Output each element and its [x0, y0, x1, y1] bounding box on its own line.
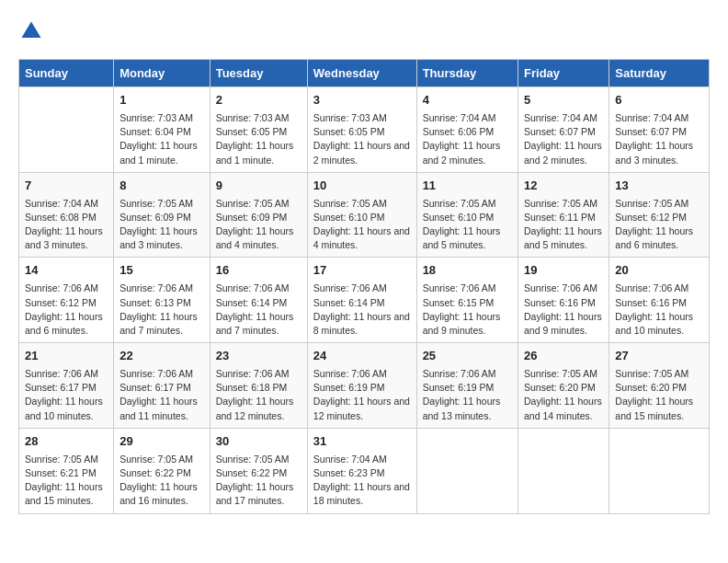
calendar-cell: 7Sunrise: 7:04 AMSunset: 6:08 PMDaylight… — [19, 172, 114, 258]
day-info: Sunrise: 7:05 AMSunset: 6:11 PMDaylight:… — [524, 197, 603, 253]
day-info: Sunrise: 7:06 AMSunset: 6:13 PMDaylight:… — [119, 282, 204, 338]
calendar-cell: 17Sunrise: 7:06 AMSunset: 6:14 PMDayligh… — [307, 258, 416, 343]
day-number: 16 — [216, 262, 301, 280]
calendar-cell: 20Sunrise: 7:06 AMSunset: 6:16 PMDayligh… — [609, 258, 710, 343]
day-info: Sunrise: 7:04 AMSunset: 6:07 PMDaylight:… — [615, 111, 703, 167]
calendar-cell — [609, 428, 710, 513]
calendar-cell: 9Sunrise: 7:05 AMSunset: 6:09 PMDaylight… — [210, 172, 307, 258]
day-info: Sunrise: 7:06 AMSunset: 6:14 PMDaylight:… — [216, 282, 301, 338]
day-number: 31 — [313, 433, 411, 451]
day-number: 10 — [313, 178, 411, 195]
column-header-thursday: Thursday — [416, 60, 518, 87]
calendar-cell: 5Sunrise: 7:04 AMSunset: 6:07 PMDaylight… — [518, 87, 609, 173]
day-number: 12 — [524, 178, 603, 195]
day-number: 27 — [615, 348, 703, 365]
calendar-cell: 1Sunrise: 7:03 AMSunset: 6:04 PMDaylight… — [114, 87, 210, 173]
calendar-cell: 28Sunrise: 7:05 AMSunset: 6:21 PMDayligh… — [19, 428, 114, 513]
day-info: Sunrise: 7:06 AMSunset: 6:14 PMDaylight:… — [313, 282, 411, 338]
day-info: Sunrise: 7:06 AMSunset: 6:12 PMDaylight:… — [25, 282, 108, 338]
calendar-cell: 12Sunrise: 7:05 AMSunset: 6:11 PMDayligh… — [518, 172, 609, 258]
day-info: Sunrise: 7:05 AMSunset: 6:12 PMDaylight:… — [615, 197, 703, 253]
calendar-cell: 15Sunrise: 7:06 AMSunset: 6:13 PMDayligh… — [114, 258, 210, 343]
day-number: 26 — [524, 348, 603, 365]
logo — [18, 18, 48, 44]
day-info: Sunrise: 7:03 AMSunset: 6:05 PMDaylight:… — [216, 111, 301, 167]
calendar-cell: 24Sunrise: 7:06 AMSunset: 6:19 PMDayligh… — [307, 343, 416, 429]
day-info: Sunrise: 7:05 AMSunset: 6:22 PMDaylight:… — [119, 453, 204, 509]
day-number: 13 — [615, 178, 703, 195]
day-info: Sunrise: 7:05 AMSunset: 6:10 PMDaylight:… — [423, 197, 512, 253]
day-number: 29 — [119, 433, 204, 451]
day-number: 11 — [423, 178, 512, 195]
calendar-cell — [19, 87, 114, 173]
week-row-3: 14Sunrise: 7:06 AMSunset: 6:12 PMDayligh… — [19, 258, 710, 343]
day-number: 15 — [119, 262, 204, 280]
day-number: 8 — [119, 178, 204, 195]
day-info: Sunrise: 7:05 AMSunset: 6:21 PMDaylight:… — [25, 453, 108, 509]
day-info: Sunrise: 7:05 AMSunset: 6:22 PMDaylight:… — [216, 453, 301, 509]
day-number: 30 — [216, 433, 301, 451]
week-row-5: 28Sunrise: 7:05 AMSunset: 6:21 PMDayligh… — [19, 428, 710, 513]
calendar-cell: 31Sunrise: 7:04 AMSunset: 6:23 PMDayligh… — [307, 428, 416, 513]
calendar-cell: 16Sunrise: 7:06 AMSunset: 6:14 PMDayligh… — [210, 258, 307, 343]
calendar-cell: 26Sunrise: 7:05 AMSunset: 6:20 PMDayligh… — [518, 343, 609, 429]
day-number: 19 — [524, 262, 603, 280]
calendar-cell: 19Sunrise: 7:06 AMSunset: 6:16 PMDayligh… — [518, 258, 609, 343]
day-number: 2 — [216, 92, 301, 109]
calendar-cell: 8Sunrise: 7:05 AMSunset: 6:09 PMDaylight… — [114, 172, 210, 258]
week-row-1: 1Sunrise: 7:03 AMSunset: 6:04 PMDaylight… — [19, 87, 710, 173]
day-info: Sunrise: 7:05 AMSunset: 6:09 PMDaylight:… — [216, 197, 301, 253]
day-info: Sunrise: 7:04 AMSunset: 6:08 PMDaylight:… — [25, 197, 108, 253]
day-number: 23 — [216, 348, 301, 365]
day-number: 21 — [25, 348, 108, 365]
day-info: Sunrise: 7:06 AMSunset: 6:16 PMDaylight:… — [524, 282, 603, 338]
day-info: Sunrise: 7:06 AMSunset: 6:17 PMDaylight:… — [25, 367, 108, 423]
logo-icon — [18, 18, 44, 44]
column-header-tuesday: Tuesday — [210, 60, 307, 87]
calendar-cell: 14Sunrise: 7:06 AMSunset: 6:12 PMDayligh… — [19, 258, 114, 343]
day-number: 3 — [313, 92, 411, 109]
column-header-saturday: Saturday — [609, 60, 710, 87]
calendar-cell: 30Sunrise: 7:05 AMSunset: 6:22 PMDayligh… — [210, 428, 307, 513]
calendar-table: SundayMondayTuesdayWednesdayThursdayFrid… — [18, 59, 710, 514]
calendar-cell: 25Sunrise: 7:06 AMSunset: 6:19 PMDayligh… — [416, 343, 518, 429]
day-info: Sunrise: 7:04 AMSunset: 6:07 PMDaylight:… — [524, 111, 603, 167]
week-row-2: 7Sunrise: 7:04 AMSunset: 6:08 PMDaylight… — [19, 172, 710, 258]
day-info: Sunrise: 7:04 AMSunset: 6:06 PMDaylight:… — [423, 111, 512, 167]
day-number: 6 — [615, 92, 703, 109]
calendar-cell: 10Sunrise: 7:05 AMSunset: 6:10 PMDayligh… — [307, 172, 416, 258]
day-number: 28 — [25, 433, 108, 451]
calendar-cell: 23Sunrise: 7:06 AMSunset: 6:18 PMDayligh… — [210, 343, 307, 429]
day-number: 14 — [25, 262, 108, 280]
calendar-cell: 13Sunrise: 7:05 AMSunset: 6:12 PMDayligh… — [609, 172, 710, 258]
calendar-cell: 11Sunrise: 7:05 AMSunset: 6:10 PMDayligh… — [416, 172, 518, 258]
day-info: Sunrise: 7:05 AMSunset: 6:09 PMDaylight:… — [119, 197, 204, 253]
column-header-monday: Monday — [114, 60, 210, 87]
calendar-cell — [518, 428, 609, 513]
day-number: 22 — [119, 348, 204, 365]
calendar-cell: 2Sunrise: 7:03 AMSunset: 6:05 PMDaylight… — [210, 87, 307, 173]
day-info: Sunrise: 7:05 AMSunset: 6:10 PMDaylight:… — [313, 197, 411, 253]
day-number: 20 — [615, 262, 703, 280]
day-info: Sunrise: 7:06 AMSunset: 6:16 PMDaylight:… — [615, 282, 703, 338]
day-info: Sunrise: 7:06 AMSunset: 6:15 PMDaylight:… — [423, 282, 512, 338]
column-header-friday: Friday — [518, 60, 609, 87]
day-info: Sunrise: 7:06 AMSunset: 6:18 PMDaylight:… — [216, 367, 301, 423]
calendar-cell: 29Sunrise: 7:05 AMSunset: 6:22 PMDayligh… — [114, 428, 210, 513]
day-number: 9 — [216, 178, 301, 195]
calendar-cell: 18Sunrise: 7:06 AMSunset: 6:15 PMDayligh… — [416, 258, 518, 343]
day-info: Sunrise: 7:05 AMSunset: 6:20 PMDaylight:… — [524, 367, 603, 423]
day-number: 18 — [423, 262, 512, 280]
calendar-header-row: SundayMondayTuesdayWednesdayThursdayFrid… — [19, 60, 710, 87]
day-info: Sunrise: 7:03 AMSunset: 6:04 PMDaylight:… — [119, 111, 204, 167]
day-number: 17 — [313, 262, 411, 280]
day-info: Sunrise: 7:06 AMSunset: 6:19 PMDaylight:… — [313, 367, 411, 423]
calendar-cell — [416, 428, 518, 513]
calendar-cell: 3Sunrise: 7:03 AMSunset: 6:05 PMDaylight… — [307, 87, 416, 173]
column-header-wednesday: Wednesday — [307, 60, 416, 87]
calendar-cell: 27Sunrise: 7:05 AMSunset: 6:20 PMDayligh… — [609, 343, 710, 429]
calendar-cell: 22Sunrise: 7:06 AMSunset: 6:17 PMDayligh… — [114, 343, 210, 429]
day-number: 4 — [423, 92, 512, 109]
calendar-cell: 6Sunrise: 7:04 AMSunset: 6:07 PMDaylight… — [609, 87, 710, 173]
day-info: Sunrise: 7:06 AMSunset: 6:17 PMDaylight:… — [119, 367, 204, 423]
